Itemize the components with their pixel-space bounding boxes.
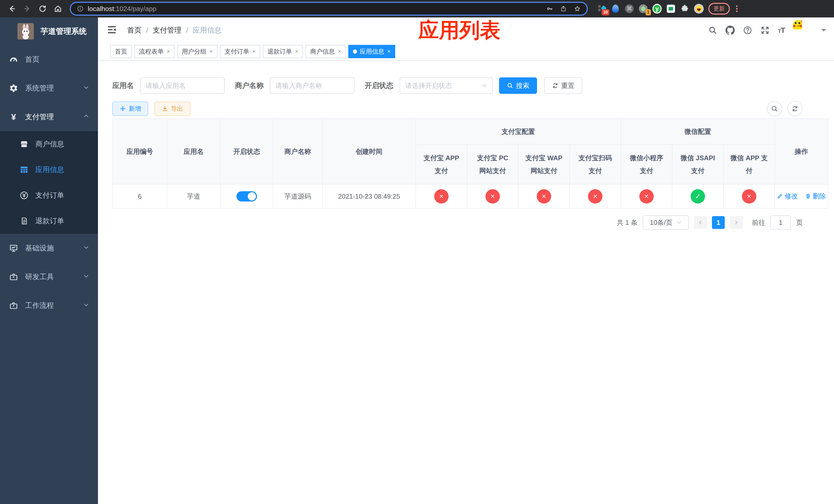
browser-reload-icon[interactable] (36, 2, 49, 15)
sidebar-item-system[interactable]: 系统管理 (0, 74, 98, 102)
tab-user-group[interactable]: 用户分组× (177, 45, 218, 58)
sidebar-item-merchant-info[interactable]: 商户信息 (0, 131, 98, 157)
sidebar-menu: 首页 系统管理 ¥ 支付管理 商户信息 (0, 45, 98, 504)
app-name-input[interactable] (140, 77, 225, 94)
goto-label: 前往 (752, 218, 765, 227)
col-status: 开启状态 (220, 119, 273, 184)
tab-refund-order[interactable]: 退款订单× (263, 45, 303, 58)
status-alipay-app-badge: × (434, 189, 448, 204)
browser-update-button[interactable]: 更新 (708, 3, 730, 15)
sidebar-item-app-info[interactable]: 应用信息 (0, 157, 98, 183)
extension-icon-devtools[interactable]: 10 (597, 4, 606, 13)
sidebar-item-payment[interactable]: ¥ 支付管理 (0, 102, 98, 131)
reset-button[interactable]: 重置 (544, 77, 582, 94)
trash-icon (805, 193, 811, 199)
password-key-icon[interactable] (546, 5, 553, 12)
browser-menu-icon[interactable] (734, 5, 739, 12)
chevron-down-icon (482, 83, 487, 88)
extension-icon-green-y[interactable]: y (653, 4, 662, 13)
refresh-table-button[interactable] (787, 101, 803, 116)
total-count: 共 1 条 (617, 218, 638, 227)
font-size-icon[interactable]: TT (778, 26, 785, 35)
app-title: 芋道管理系统 (41, 26, 87, 37)
fullscreen-icon[interactable] (761, 26, 770, 35)
search-icon (507, 82, 513, 89)
status-toggle[interactable] (237, 191, 257, 202)
extension-icon-command[interactable]: ⌘ (625, 4, 634, 13)
close-icon[interactable]: × (166, 48, 170, 55)
tab-merchant-info[interactable]: 商户信息× (305, 45, 346, 58)
user-avatar[interactable] (793, 20, 813, 40)
help-icon[interactable] (743, 26, 752, 35)
yen-icon: ¥ (9, 112, 19, 122)
github-icon[interactable] (725, 26, 735, 35)
bookmark-star-icon[interactable] (574, 5, 580, 12)
storefront-icon (20, 139, 29, 149)
extensions-area: 10 ⌘ 1 y 更新 (593, 3, 740, 15)
share-icon[interactable] (560, 5, 567, 12)
app-name-label: 应用名 (112, 81, 134, 91)
edit-link[interactable]: 修改 (777, 192, 798, 201)
cell-merchant: 芋道源码 (273, 184, 322, 208)
next-page-button[interactable] (730, 216, 743, 229)
add-button[interactable]: 新增 (112, 101, 148, 116)
extensions-puzzle-icon[interactable] (680, 4, 689, 13)
caret-down-icon[interactable] (821, 29, 826, 34)
delete-link[interactable]: 删除 (805, 192, 826, 201)
sidebar-item-dev-tools[interactable]: 研发工具 (0, 262, 98, 291)
sidebar-item-workflow[interactable]: 工作流程 (0, 291, 98, 320)
chevron-down-icon (83, 84, 89, 92)
refresh-icon (791, 105, 798, 112)
tab-app-info[interactable]: 应用信息× (348, 45, 395, 58)
col-app-name: 应用名 (167, 119, 220, 184)
extension-icon-proxy[interactable]: 1 (639, 4, 648, 13)
merchant-name-input[interactable] (270, 77, 354, 94)
extension-icon-blue-top[interactable] (611, 4, 620, 13)
browser-home-icon[interactable] (51, 2, 65, 15)
browser-forward-icon[interactable] (21, 2, 34, 15)
tab-process-form[interactable]: 流程表单× (134, 45, 175, 58)
sidebar-item-pay-order[interactable]: 支付订单 (0, 183, 98, 208)
extension-icon-chat[interactable] (666, 4, 676, 13)
sidebar: 芋道管理系统 首页 系统管理 ¥ 支付管理 (0, 18, 98, 504)
briefcase-icon (9, 272, 19, 282)
browser-back-icon[interactable] (5, 2, 19, 15)
profile-avatar-emoji[interactable] (694, 4, 704, 14)
close-icon[interactable]: × (337, 48, 341, 55)
status-select[interactable]: 请选择开启状态 (399, 77, 493, 94)
close-icon[interactable]: × (295, 48, 299, 55)
collapse-sidebar-icon[interactable] (107, 25, 118, 36)
page-content: 应用名 商户名称 开启状态 请选择开启状态 搜索 重置 (98, 61, 834, 504)
address-bar[interactable]: localhost:1024/pay/app (70, 2, 588, 16)
chevron-left-icon (698, 220, 703, 225)
cell-status (220, 184, 273, 208)
prev-page-button[interactable] (694, 216, 707, 229)
breadcrumb-payment[interactable]: 支付管理 (153, 25, 181, 35)
close-icon[interactable]: × (387, 48, 391, 55)
sidebar-item-home[interactable]: 首页 (0, 45, 98, 74)
col-app-id: 应用编号 (113, 119, 167, 184)
sidebar-item-infrastructure[interactable]: 基础设施 (0, 234, 98, 262)
dashboard-icon (9, 54, 19, 64)
close-icon[interactable]: × (252, 48, 256, 55)
top-navbar: 首页 / 支付管理 / 应用信息 应用列表 TT (98, 18, 834, 43)
page-number-1[interactable]: 1 (712, 216, 725, 229)
page-size-select[interactable]: 10条/页 (643, 215, 689, 230)
toggle-search-button[interactable] (767, 101, 782, 116)
page-title: 应用列表 (418, 19, 500, 42)
col-wechat-app: 微信 APP 支付 (723, 144, 775, 184)
yen-circle-icon (20, 191, 29, 200)
chevron-right-icon (734, 220, 739, 225)
site-info-icon[interactable] (77, 5, 84, 12)
sidebar-item-refund-order[interactable]: 退款订单 (0, 208, 98, 234)
breadcrumb-home[interactable]: 首页 (127, 25, 141, 35)
search-button[interactable]: 搜索 (499, 77, 537, 94)
export-button[interactable]: 导出 (154, 101, 190, 116)
close-icon[interactable]: × (209, 48, 213, 55)
tab-home[interactable]: 首页 (110, 45, 132, 58)
col-group-wechat: 微信配置 (621, 119, 775, 144)
active-dot (353, 49, 357, 53)
search-icon[interactable] (708, 26, 717, 35)
goto-page-input[interactable] (770, 215, 791, 230)
tab-pay-order[interactable]: 支付订单× (220, 45, 260, 58)
